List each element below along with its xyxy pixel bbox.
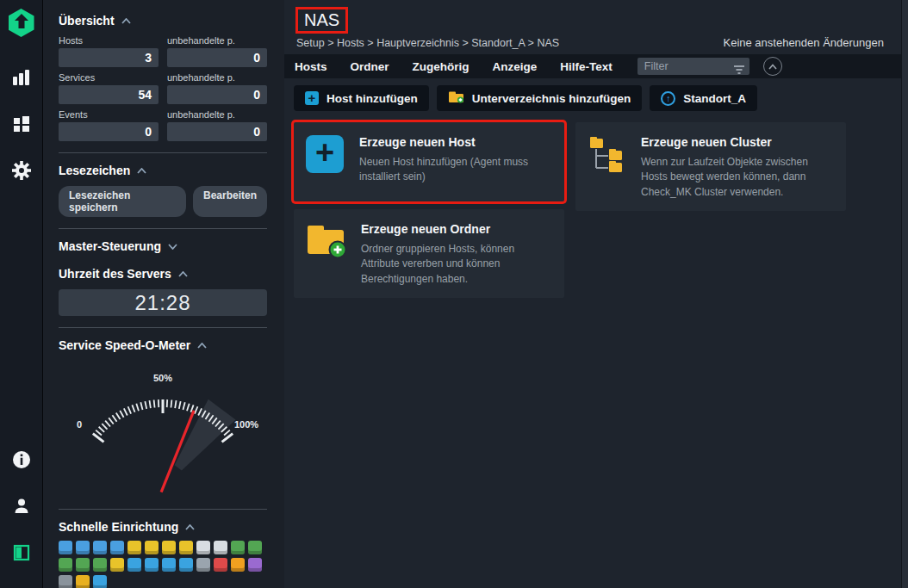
search-icon[interactable]	[179, 558, 193, 572]
snapin-bookmarks-title: Lesezeichen	[59, 164, 130, 177]
cube-icon[interactable]	[248, 558, 262, 572]
tab-anzeige[interactable]: Anzeige	[493, 60, 538, 73]
create-host-title: Erzeuge neuen Host	[359, 135, 552, 149]
hosts-label: Hosts	[59, 35, 159, 46]
overview-row-events: Events 0 unbehandelte p. 0	[59, 108, 267, 141]
server-sync-icon[interactable]	[76, 541, 90, 554]
edit-bookmarks-button[interactable]: Bearbeiten	[193, 186, 267, 217]
key-icon[interactable]	[231, 558, 245, 572]
breadcrumb-item[interactable]: NAS	[537, 37, 559, 49]
pending-changes-link[interactable]: Keine anstehenden Änderungen	[724, 36, 885, 49]
main-navbar	[0, 0, 43, 588]
snapin-speedometer-header[interactable]: Service Speed-O-Meter	[59, 338, 267, 352]
quick-setup-grid	[59, 541, 267, 588]
toolbox-icon[interactable]	[76, 575, 90, 588]
sidebar-toggle-button[interactable]	[9, 542, 34, 566]
card-area: + Erzeuge neuen Host Neuen Host hinzufüg…	[294, 122, 908, 298]
cluster-boxes-icon[interactable]	[179, 541, 193, 554]
main-content: NAS Setup > Hosts > Hauptverzeichnis > S…	[284, 0, 908, 588]
new-folder-icon	[306, 222, 347, 262]
cloud-icon[interactable]	[248, 541, 262, 554]
new-host-icon: +	[306, 135, 345, 175]
collapse-menu-button[interactable]	[763, 57, 782, 76]
tab-hosts[interactable]: Hosts	[295, 60, 327, 73]
hosts-unhandled-count[interactable]: 0	[167, 48, 267, 67]
events-unhandled-count[interactable]: 0	[167, 122, 267, 141]
overview-row-hosts: Hosts 3 unbehandelte p. 0	[59, 34, 267, 67]
hosts-unhandled-label: unbehandelte p.	[167, 35, 267, 46]
speedometer-gauge: 0 50% 100%	[59, 359, 267, 504]
tab-zugehoerig[interactable]: Zugehörig	[413, 60, 470, 73]
chevron-down-icon	[168, 244, 177, 250]
services-count[interactable]: 54	[59, 85, 159, 104]
filter-input[interactable]	[637, 58, 749, 75]
tab-hilfe-text[interactable]: Hilfe-Text	[560, 60, 613, 73]
cluster-green-icon[interactable]	[93, 558, 107, 572]
gauge-max-label: 100%	[234, 419, 258, 430]
divider	[59, 327, 267, 328]
add-subfolder-button[interactable]: Unterverzeichnis hinzufügen	[437, 85, 643, 111]
sidebar-toggle-icon	[13, 544, 30, 565]
add-host-button[interactable]: + Host hinzufügen	[294, 85, 429, 111]
snapin-server-time-header[interactable]: Uhrzeit des Servers	[59, 267, 267, 281]
eye-icon[interactable]	[93, 575, 107, 588]
snapin-quick-setup-title: Schnelle Einrichtung	[59, 520, 178, 534]
gear-icon[interactable]	[196, 558, 210, 572]
server-time-display: 21:28	[59, 289, 267, 316]
folder-map-icon[interactable]	[162, 558, 176, 572]
hosts-count[interactable]: 3	[59, 48, 159, 67]
network-icon[interactable]	[59, 558, 72, 572]
calendar-icon[interactable]	[214, 558, 227, 572]
breadcrumb-item[interactable]: Setup	[296, 37, 325, 49]
sidebar-item-user[interactable]	[9, 496, 34, 520]
robot-arm-icon[interactable]	[145, 541, 159, 554]
cash-icon[interactable]	[59, 575, 72, 588]
snapin-overview-header[interactable]: Übersicht	[59, 14, 267, 28]
events-count[interactable]: 0	[59, 122, 159, 141]
copy-docs-icon[interactable]	[110, 541, 124, 554]
sidebar-item-setup[interactable]	[9, 160, 34, 184]
sidebar-item-customize[interactable]	[9, 114, 34, 138]
bell-icon[interactable]	[110, 558, 124, 572]
save-bookmark-button[interactable]: Lesezeichen speichern	[59, 186, 186, 217]
create-folder-title: Erzeuge neuen Ordner	[361, 222, 552, 236]
divider	[59, 228, 267, 229]
server-icon[interactable]	[59, 541, 72, 554]
parent-folder-button[interactable]: ↑ Standort_A	[650, 85, 757, 111]
create-cluster-card[interactable]: Erzeuge neuen Cluster Wenn zur Laufzeit …	[575, 122, 846, 211]
page-header: NAS Setup > Hosts > Hauptverzeichnis > S…	[284, 0, 908, 49]
document-icon[interactable]	[196, 541, 210, 554]
chevron-up-icon	[137, 168, 146, 174]
breadcrumb-item[interactable]: Hosts	[337, 37, 364, 49]
package-sync-icon[interactable]	[127, 541, 141, 554]
create-folder-description: Ordner gruppieren Hosts, können Attribut…	[361, 242, 552, 287]
checkmk-logo[interactable]	[9, 9, 34, 37]
scrollbar[interactable]	[901, 0, 908, 588]
sidebar-item-info[interactable]	[9, 449, 34, 473]
dice-icon[interactable]	[231, 541, 245, 554]
chevron-up-icon	[197, 343, 207, 349]
tab-ordner[interactable]: Ordner	[351, 60, 389, 73]
create-host-card[interactable]: + Erzeuge neuen Host Neuen Host hinzufüg…	[294, 122, 564, 201]
info-icon	[12, 450, 31, 473]
breadcrumb-item[interactable]: Standort_A	[471, 37, 525, 49]
snapin-bookmarks-header[interactable]: Lesezeichen	[59, 164, 267, 177]
snapin-master-control-header[interactable]: Master-Steuerung	[59, 239, 267, 253]
users-icon[interactable]	[145, 558, 159, 572]
snapin-overview-title: Übersicht	[59, 14, 115, 28]
sidebar-item-monitoring[interactable]	[9, 67, 34, 91]
breadcrumb: Setup > Hosts > Hauptverzeichnis > Stand…	[296, 37, 559, 49]
board-sync-icon[interactable]	[76, 558, 90, 572]
snapin-server-time-title: Uhrzeit des Servers	[59, 267, 171, 281]
snapin-quick-setup-header[interactable]: Schnelle Einrichtung	[59, 520, 267, 534]
create-host-description: Neuen Host hinzufügen (Agent muss instal…	[359, 155, 552, 185]
breadcrumb-item[interactable]: Hauptverzeichnis	[376, 37, 459, 49]
create-folder-card[interactable]: Erzeuge neuen Ordner Ordner gruppieren H…	[294, 209, 564, 298]
tag-icon[interactable]	[93, 541, 107, 554]
add-host-label: Host hinzufügen	[327, 92, 418, 105]
user-icon[interactable]	[127, 558, 141, 572]
document-alt-icon[interactable]	[214, 541, 227, 554]
services-unhandled-count[interactable]: 0	[167, 85, 267, 104]
app: Übersicht Hosts 3 unbehandelte p. 0 Serv…	[0, 0, 908, 588]
scatter-boxes-icon[interactable]	[162, 541, 176, 554]
